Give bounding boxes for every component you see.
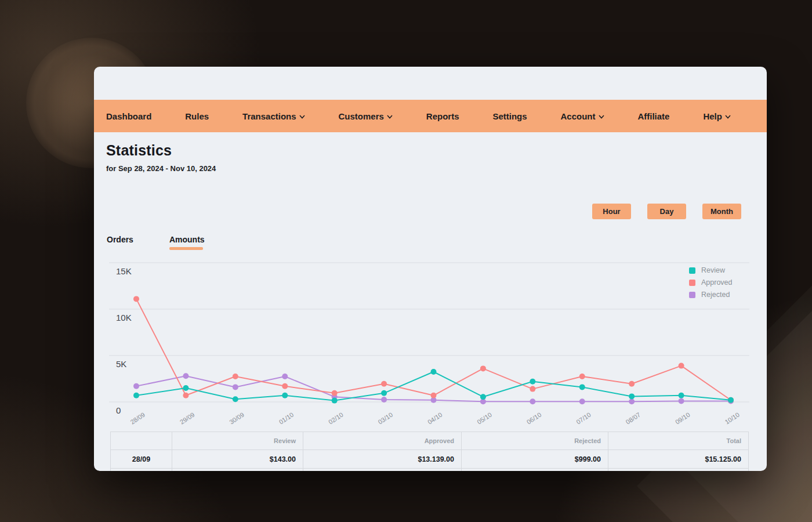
col-approved: Approved <box>303 432 462 450</box>
legend-item-rejected[interactable]: Rejected <box>689 291 733 299</box>
date-range-label: for Sep 28, 2024 - Nov 10, 2024 <box>106 164 216 173</box>
x-tick-label: 02/10 <box>327 411 345 426</box>
data-point-rejected <box>530 398 535 404</box>
col-review: Review <box>172 432 303 450</box>
col-rejected: Rejected <box>462 432 608 450</box>
nav-item-account[interactable]: Account <box>561 111 604 121</box>
data-point-rejected <box>282 374 288 379</box>
tab-label: Orders <box>107 235 133 244</box>
data-point-approved <box>530 386 535 392</box>
data-point-review <box>282 393 288 398</box>
x-tick-label: 01/10 <box>278 411 295 426</box>
nav-item-transactions[interactable]: Transactions <box>242 111 305 121</box>
chart-legend: Review Approved Rejected <box>689 266 733 299</box>
data-point-approved <box>381 381 387 387</box>
table-row-clipped <box>111 469 749 472</box>
nav-item-label: Settings <box>492 111 527 121</box>
x-tick-label: 10/10 <box>723 411 741 426</box>
data-point-review <box>133 393 139 398</box>
table-row: 28/09 $143.00 $13.139.00 $999.00 $15.125… <box>111 450 749 469</box>
nav-item-label: Customers <box>339 111 384 121</box>
data-point-approved <box>431 393 437 398</box>
nav-item-label: Dashboard <box>106 111 151 121</box>
approved-swatch <box>689 280 695 286</box>
x-tick-label: 30/09 <box>228 411 245 426</box>
nav-item-dashboard[interactable]: Dashboard <box>106 111 151 121</box>
x-tick-label: 04/10 <box>426 411 444 426</box>
data-point-approved <box>233 374 238 379</box>
x-tick-label: 29/09 <box>179 411 196 426</box>
chevron-down-icon <box>725 115 731 119</box>
nav-item-label: Reports <box>426 111 459 121</box>
table-header-row: Review Approved Rejected Total <box>111 432 749 450</box>
main-nav: Dashboard Rules Transactions Customers R… <box>94 100 767 132</box>
cell-date: 28/09 <box>111 450 172 469</box>
data-point-review <box>629 393 635 399</box>
data-point-approved <box>679 363 684 369</box>
nav-item-label: Account <box>561 111 596 121</box>
review-swatch <box>689 267 695 274</box>
rejected-swatch <box>689 292 695 298</box>
chevron-down-icon <box>387 115 393 119</box>
legend-item-review[interactable]: Review <box>689 266 733 274</box>
page-title: Statistics <box>106 142 216 159</box>
data-point-rejected <box>679 398 684 404</box>
data-point-review <box>530 379 535 385</box>
granularity-buttons: Hour Day Month <box>592 204 741 219</box>
data-point-rejected <box>133 383 139 389</box>
data-point-review <box>579 384 585 390</box>
data-point-review <box>332 398 338 404</box>
cell-review: $143.00 <box>172 450 303 469</box>
legend-label: Rejected <box>701 291 730 299</box>
data-point-approved <box>133 296 139 302</box>
data-point-rejected <box>233 384 238 390</box>
cell-rejected: $999.00 <box>462 450 608 469</box>
data-point-approved <box>332 390 338 396</box>
data-point-rejected <box>629 398 635 404</box>
data-point-review <box>381 390 387 396</box>
tab-label: Amounts <box>169 235 205 244</box>
data-point-approved <box>183 393 188 398</box>
col-date <box>111 432 172 450</box>
data-point-approved <box>629 381 635 387</box>
data-point-approved <box>480 365 486 371</box>
legend-label: Approved <box>701 278 733 287</box>
data-point-approved <box>579 374 585 379</box>
y-tick-label: 5K <box>116 359 126 369</box>
legend-item-approved[interactable]: Approved <box>689 278 733 287</box>
y-tick-label: 15K <box>116 266 132 276</box>
nav-item-customers[interactable]: Customers <box>339 111 393 121</box>
data-point-review <box>183 385 188 391</box>
statistics-chart: 15K10K5K028/0929/0930/0901/1002/1003/100… <box>109 258 749 427</box>
stats-table: Review Approved Rejected Total 28/09 $14… <box>110 432 749 471</box>
cell-approved: $13.139.00 <box>303 450 462 469</box>
data-point-rejected <box>381 397 387 403</box>
y-tick-label: 0 <box>116 405 121 415</box>
chevron-down-icon <box>599 115 604 119</box>
nav-item-label: Rules <box>185 111 209 121</box>
hour-button[interactable]: Hour <box>592 204 631 219</box>
month-button[interactable]: Month <box>702 204 741 219</box>
legend-label: Review <box>701 266 725 274</box>
nav-item-reports[interactable]: Reports <box>426 111 459 121</box>
x-tick-label: 06/10 <box>525 411 543 426</box>
nav-item-affiliate[interactable]: Affiliate <box>637 111 669 121</box>
day-button[interactable]: Day <box>647 204 686 219</box>
nav-item-settings[interactable]: Settings <box>492 111 527 121</box>
app-window: Dashboard Rules Transactions Customers R… <box>94 67 767 471</box>
x-tick-label: 03/10 <box>377 411 394 426</box>
nav-item-help[interactable]: Help <box>703 111 731 121</box>
line-chart: 15K10K5K028/0929/0930/0901/1002/1003/100… <box>109 258 749 427</box>
data-point-review <box>233 396 238 402</box>
active-tab-underline <box>169 247 203 250</box>
nav-item-label: Affiliate <box>637 111 669 121</box>
col-total: Total <box>608 432 749 450</box>
data-point-review <box>431 369 437 375</box>
y-tick-label: 10K <box>116 313 132 322</box>
data-point-review <box>480 394 486 400</box>
tab-orders[interactable]: Orders <box>107 235 133 250</box>
nav-item-rules[interactable]: Rules <box>185 111 209 121</box>
x-tick-label: 05/10 <box>476 411 493 426</box>
tab-amounts[interactable]: Amounts <box>169 235 205 250</box>
chevron-down-icon <box>299 115 305 119</box>
